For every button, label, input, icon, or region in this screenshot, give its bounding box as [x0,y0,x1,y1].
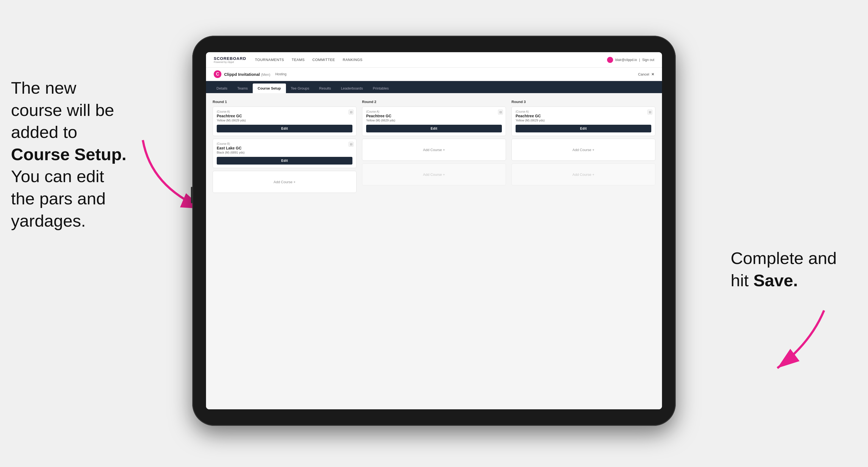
round1-add-course-button[interactable]: Add Course + [213,171,356,193]
main-nav: TOURNAMENTS TEAMS COMMITTEE RANKINGS [255,58,607,62]
round-2-header: Round 2 [362,100,506,104]
round3-course-a-label: (Course A) [516,110,651,113]
rounds-grid: Round 1 (Course A) Peachtree GC Yellow (… [213,100,655,195]
tab-bar: Details Teams Course Setup Tee Groups Re… [206,81,662,93]
round-3-column: Round 3 (Course A) Peachtree GC Yellow (… [512,100,655,195]
tablet-frame: SCOREBOARD Powered by clippd TOURNAMENTS… [192,36,676,426]
tab-results[interactable]: Results [314,84,336,93]
annotation-right: Complete and hit Save. [731,247,846,291]
user-email: blair@clippd.io [615,58,637,62]
round3-course-a-name: Peachtree GC [516,114,651,118]
nav-committee[interactable]: COMMITTEE [312,58,335,62]
round2-course-a-delete-icon[interactable]: ⊟ [498,110,503,115]
round2-add-course-disabled: Add Course + [362,163,506,185]
round2-course-a-details: Yellow (M) (6629 yds) [366,119,502,122]
logo-text: SCOREBOARD [214,56,246,61]
round1-course-b-label: (Course B) [217,142,352,145]
round1-course-b-name: East Lake GC [217,146,352,150]
tablet-screen: SCOREBOARD Powered by clippd TOURNAMENTS… [206,52,662,409]
sub-header-left: C Clippd Invitational (Men) Hosting [214,70,286,78]
nav-teams[interactable]: TEAMS [292,58,305,62]
arrow-right [755,302,832,379]
tab-tee-groups[interactable]: Tee Groups [286,84,314,93]
main-content: Round 1 (Course A) Peachtree GC Yellow (… [206,93,662,409]
round1-add-course-text: Add Course + [274,180,296,184]
round3-add-course-text: Add Course + [572,148,594,152]
round1-course-b-details: Black (M) (6891 yds) [217,151,352,154]
round1-course-b-edit-button[interactable]: Edit [217,157,352,164]
tab-leaderboards[interactable]: Leaderboards [336,84,368,93]
round3-add-course-disabled: Add Course + [512,163,655,185]
nav-rankings[interactable]: RANKINGS [343,58,363,62]
hosting-badge: Hosting [275,72,286,76]
round-3-header: Round 3 [512,100,655,104]
round2-add-course-disabled-text: Add Course + [423,173,445,177]
tab-printables[interactable]: Printables [368,84,394,93]
round3-add-course-button[interactable]: Add Course + [512,139,655,161]
logo-sub: Powered by clippd [214,61,246,63]
round3-course-a-delete-icon[interactable]: ⊟ [647,110,652,115]
round3-add-course-disabled-text: Add Course + [572,173,594,177]
tablet-side-button [191,187,192,203]
round1-course-a-edit-button[interactable]: Edit [217,125,352,132]
round1-course-b-delete-icon[interactable]: ⊟ [348,142,353,147]
round-1-column: Round 1 (Course A) Peachtree GC Yellow (… [213,100,356,195]
round2-add-course-text: Add Course + [423,148,445,152]
tab-details[interactable]: Details [212,84,232,93]
top-nav: SCOREBOARD Powered by clippd TOURNAMENTS… [206,52,662,68]
round3-course-a-details: Yellow (M) (6629 yds) [516,119,651,122]
round2-course-a-label: (Course A) [366,110,502,113]
round2-course-a-card: (Course A) Peachtree GC Yellow (M) (6629… [362,106,506,136]
c-logo: C [214,70,221,78]
round3-course-a-edit-button[interactable]: Edit [516,125,651,132]
scoreboard-logo: SCOREBOARD Powered by clippd [214,56,246,63]
round1-course-b-card: (Course B) East Lake GC Black (M) (6891 … [213,139,356,168]
sign-out-link[interactable]: Sign out [642,58,654,62]
round2-add-course-button[interactable]: Add Course + [362,139,506,161]
round1-course-a-name: Peachtree GC [217,114,352,118]
tournament-name: Clippd Invitational (Men) [224,72,270,76]
sub-header: C Clippd Invitational (Men) Hosting Canc… [206,68,662,81]
round1-course-a-delete-icon[interactable]: ⊟ [348,110,353,115]
round1-course-a-details: Yellow (M) (6629 yds) [217,119,352,122]
tab-teams[interactable]: Teams [232,84,253,93]
round3-course-a-card: (Course A) Peachtree GC Yellow (M) (6629… [512,106,655,136]
nav-tournaments[interactable]: TOURNAMENTS [255,58,284,62]
round-1-header: Round 1 [213,100,356,104]
nav-right: blair@clippd.io | Sign out [607,57,654,63]
round2-course-a-name: Peachtree GC [366,114,502,118]
round2-course-a-edit-button[interactable]: Edit [366,125,502,132]
avatar [607,57,613,63]
tab-course-setup[interactable]: Course Setup [253,84,286,93]
round1-course-a-label: (Course A) [217,110,352,113]
cancel-button[interactable]: Cancel ✕ [638,72,654,76]
round1-course-a-card: (Course A) Peachtree GC Yellow (M) (6629… [213,106,356,136]
round-2-column: Round 2 (Course A) Peachtree GC Yellow (… [362,100,506,195]
